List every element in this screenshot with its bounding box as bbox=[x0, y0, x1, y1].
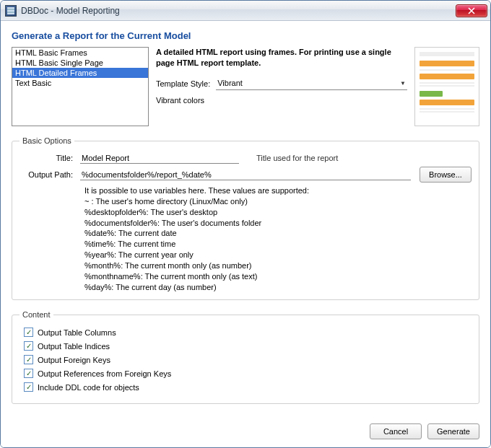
checkbox[interactable]: ✓ bbox=[24, 341, 33, 351]
content-group: Content ✓Output Table Columns✓Output Tab… bbox=[12, 310, 479, 404]
checkbox-label: Include DDL code for objects bbox=[38, 383, 139, 392]
output-path-label: Output Path: bbox=[19, 170, 77, 179]
template-list-item[interactable]: HTML Basic Single Page bbox=[12, 58, 148, 68]
variables-intro: It is possible to use variables here. Th… bbox=[84, 185, 472, 196]
variable-help-line: ~ : The user's home directory (Linux/Mac… bbox=[84, 196, 472, 207]
checkbox-label: Output Table Indices bbox=[38, 342, 110, 351]
variable-help-line: %monthname%: The current month only (as … bbox=[84, 271, 472, 282]
title-input[interactable] bbox=[80, 152, 239, 164]
checkbox[interactable]: ✓ bbox=[24, 382, 33, 392]
content-legend: Content bbox=[19, 310, 53, 319]
app-icon bbox=[5, 5, 17, 17]
generate-button[interactable]: Generate bbox=[427, 423, 479, 439]
checkbox-label: Output References from Foreign Keys bbox=[38, 369, 171, 378]
variable-help-line: %month%: The current month only (as numb… bbox=[84, 260, 472, 271]
basic-options-group: Basic Options Title: Title used for the … bbox=[12, 136, 479, 300]
content-option-row: ✓Output Table Indices bbox=[24, 341, 472, 351]
checkbox[interactable]: ✓ bbox=[24, 369, 33, 378]
template-style-description: Vibrant colors bbox=[156, 96, 407, 105]
close-icon bbox=[468, 7, 475, 14]
content-option-row: ✓Output Foreign Keys bbox=[24, 355, 472, 364]
template-list-item[interactable]: Text Basic bbox=[12, 78, 148, 88]
dialog-window: DBDoc - Model Reporting Generate a Repor… bbox=[0, 0, 491, 448]
browse-button[interactable]: Browse... bbox=[420, 167, 472, 183]
page-title: Generate a Report for the Current Model bbox=[12, 30, 479, 41]
checkbox-label: Output Table Columns bbox=[38, 328, 116, 337]
template-list[interactable]: HTML Basic FramesHTML Basic Single PageH… bbox=[12, 47, 149, 126]
title-hint: Title used for the report bbox=[256, 154, 338, 162]
content-option-row: ✓Output References from Foreign Keys bbox=[24, 369, 472, 378]
basic-options-legend: Basic Options bbox=[19, 136, 74, 145]
template-preview-image bbox=[414, 47, 479, 126]
template-style-label: Template Style: bbox=[156, 79, 210, 88]
template-list-item[interactable]: HTML Basic Frames bbox=[12, 48, 148, 58]
checkbox[interactable]: ✓ bbox=[24, 355, 33, 364]
titlebar: DBDoc - Model Reporting bbox=[1, 1, 490, 21]
variable-help-line: %desktopfolder%: The user's desktop bbox=[84, 207, 472, 218]
variables-help: It is possible to use variables here. Th… bbox=[84, 185, 472, 292]
content-option-row: ✓Output Table Columns bbox=[24, 328, 472, 337]
checkbox[interactable]: ✓ bbox=[24, 328, 33, 337]
template-style-dropdown[interactable]: Vibrant ▼ bbox=[216, 77, 407, 90]
variable-help-line: %documentsfolder%: The user's documents … bbox=[84, 218, 472, 229]
template-list-item[interactable]: HTML Detailed Frames bbox=[12, 68, 148, 78]
variable-help-line: %year%: The current year only bbox=[84, 250, 472, 260]
template-style-value: Vibrant bbox=[217, 79, 243, 87]
variable-help-line: %time%: The current time bbox=[84, 239, 472, 250]
checkbox-label: Output Foreign Keys bbox=[38, 356, 110, 364]
title-label: Title: bbox=[19, 154, 77, 162]
cancel-button[interactable]: Cancel bbox=[370, 423, 422, 439]
output-path-input[interactable] bbox=[80, 169, 411, 180]
template-description: A detailed HTML report using frames. For… bbox=[156, 47, 407, 69]
close-button[interactable] bbox=[456, 4, 487, 17]
variable-help-line: %day%: The current day (as number) bbox=[84, 282, 472, 293]
content-option-row: ✓Include DDL code for objects bbox=[24, 382, 472, 392]
chevron-down-icon: ▼ bbox=[400, 80, 406, 87]
window-title: DBDoc - Model Reporting bbox=[21, 6, 456, 16]
variable-help-line: %date%: The current date bbox=[84, 228, 472, 239]
dialog-content: Generate a Report for the Current Model … bbox=[1, 21, 490, 447]
